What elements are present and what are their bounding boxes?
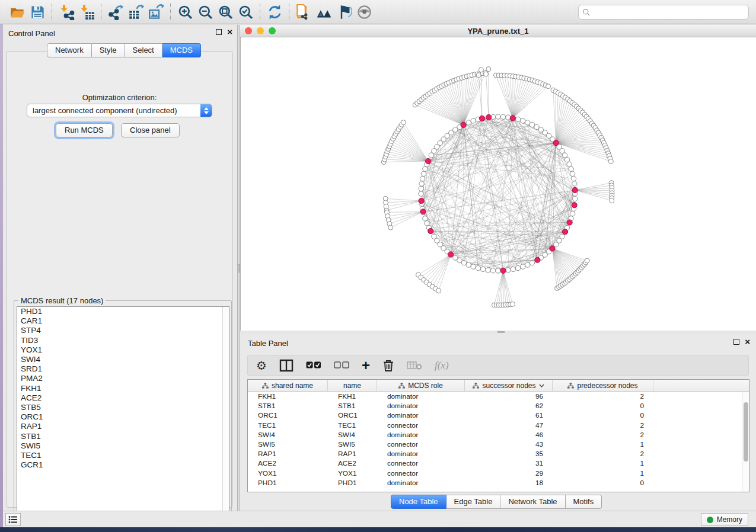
task-history-button[interactable]	[5, 513, 21, 526]
search-input[interactable]	[591, 8, 745, 17]
table-cell[interactable]: 2	[553, 392, 653, 401]
mcds-result-item[interactable]: RAP1	[17, 422, 229, 431]
export-network-icon[interactable]	[106, 2, 126, 21]
table-cell[interactable]: STB1	[328, 401, 377, 411]
tab-style[interactable]: Style	[92, 43, 125, 57]
network-window-titlebar[interactable]: YPA_prune.txt_1	[240, 25, 756, 37]
splitter-handle[interactable]	[238, 264, 240, 273]
column-layout-icon[interactable]	[279, 358, 294, 373]
column-header-name[interactable]: name	[328, 380, 377, 391]
table-cell[interactable]: 1	[553, 459, 653, 468]
table-row[interactable]: RAP1RAP1dominator352	[248, 449, 749, 459]
table-cell[interactable]: ORC1	[328, 411, 377, 420]
add-column-icon[interactable]: +	[362, 358, 370, 373]
zoom-in-icon[interactable]	[175, 2, 195, 21]
first-neighbors-icon[interactable]	[314, 2, 334, 21]
mcds-result-item[interactable]: SWI5	[17, 441, 229, 451]
show-hide-icon[interactable]	[354, 2, 374, 21]
hide-graphics-details-icon[interactable]	[334, 2, 354, 21]
table-row[interactable]: STB1STB1dominator620	[248, 401, 749, 411]
table-cell[interactable]: 2	[553, 430, 653, 440]
table-cell[interactable]: STB1	[248, 401, 328, 411]
export-table-icon[interactable]	[126, 2, 146, 21]
mcds-result-item[interactable]: ORC1	[17, 412, 229, 422]
mcds-result-item[interactable]: SWI4	[17, 355, 229, 364]
float-panel-icon[interactable]	[216, 29, 222, 35]
select-all-icon[interactable]	[306, 358, 321, 373]
table-row[interactable]: YOX1YOX1connector291	[248, 469, 749, 478]
zoom-fit-icon[interactable]	[215, 2, 235, 21]
table-cell[interactable]: YOX1	[248, 469, 328, 478]
tab-network[interactable]: Network	[47, 43, 92, 57]
export-image-icon[interactable]	[146, 2, 166, 21]
table-row[interactable]: FKH1FKH1dominator962	[248, 392, 749, 401]
table-cell[interactable]: 0	[553, 411, 653, 420]
tab-motifs[interactable]: Motifs	[566, 495, 602, 509]
float-panel-icon[interactable]	[733, 339, 739, 345]
table-cell[interactable]: SWI5	[328, 440, 377, 449]
table-row[interactable]: ORC1ORC1dominator610	[248, 411, 749, 420]
table-row[interactable]: TEC1TEC1connector472	[248, 421, 749, 430]
table-cell[interactable]: connector	[377, 469, 465, 478]
network-canvas[interactable]	[240, 37, 756, 331]
table-cell[interactable]: YOX1	[328, 469, 377, 478]
table-cell[interactable]: RAP1	[328, 449, 377, 459]
mcds-list-scrollbar[interactable]	[222, 307, 229, 518]
mcds-result-item[interactable]: SRD1	[17, 364, 229, 374]
table-row[interactable]: SWI4SWI4dominator462	[248, 430, 749, 440]
table-cell[interactable]: RAP1	[248, 449, 328, 459]
new-network-from-selection-icon[interactable]	[294, 2, 314, 21]
table-cell[interactable]: TEC1	[328, 421, 377, 430]
table-cell[interactable]: 0	[553, 401, 653, 411]
table-cell[interactable]: PHD1	[248, 478, 328, 488]
search-box[interactable]	[578, 5, 749, 20]
table-cell[interactable]: connector	[377, 440, 465, 449]
scrollbar-thumb[interactable]	[744, 402, 748, 462]
delete-column-icon[interactable]	[382, 358, 394, 373]
column-header-predecessor-nodes[interactable]: predecessor nodes	[553, 380, 653, 391]
table-cell[interactable]: dominator	[377, 430, 465, 440]
table-cell[interactable]: 29	[465, 469, 553, 478]
mcds-result-item[interactable]: PHD1	[17, 307, 229, 316]
table-cell[interactable]: ACE2	[248, 459, 328, 468]
memory-button[interactable]: Memory	[701, 513, 748, 526]
table-cell[interactable]: 35	[465, 449, 553, 459]
mcds-result-list[interactable]: PHD1CAR1STP4TID3YOX1SWI4SRD1PMA2FKH1ACE2…	[17, 306, 229, 518]
table-cell[interactable]: 47	[465, 421, 553, 430]
table-cell[interactable]: dominator	[377, 411, 465, 420]
tab-edge-table[interactable]: Edge Table	[446, 495, 501, 509]
table-cell[interactable]: TEC1	[248, 421, 328, 430]
table-cell[interactable]: 1	[553, 440, 653, 449]
import-table-icon[interactable]	[76, 2, 97, 21]
zoom-out-icon[interactable]	[195, 2, 215, 21]
open-session-icon[interactable]	[7, 2, 27, 21]
column-header-shared-name[interactable]: shared name	[248, 380, 328, 391]
table-cell[interactable]: 62	[465, 401, 553, 411]
table-cell[interactable]: 2	[553, 421, 653, 430]
table-cell[interactable]: ACE2	[328, 459, 377, 468]
function-builder-icon[interactable]: f(x)	[435, 358, 449, 373]
mcds-result-item[interactable]: PMA2	[17, 374, 229, 383]
import-network-icon[interactable]	[56, 2, 76, 21]
column-header-MCDS-role[interactable]: MCDS role	[377, 380, 465, 391]
table-cell[interactable]: connector	[377, 459, 465, 468]
splitter-handle[interactable]	[497, 331, 505, 333]
table-row[interactable]: PHD1PHD1dominator180	[248, 478, 749, 488]
table-row[interactable]: SWI5SWI5connector431	[248, 440, 749, 449]
mcds-result-item[interactable]: FKH1	[17, 384, 229, 393]
table-cell[interactable]: 46	[465, 430, 553, 440]
table-cell[interactable]: SWI4	[248, 430, 328, 440]
table-cell[interactable]: dominator	[377, 478, 465, 488]
mcds-result-item[interactable]: GCR1	[17, 460, 229, 470]
table-scrollbar[interactable]	[742, 392, 749, 492]
close-panel-icon[interactable]: ×	[745, 339, 750, 345]
zoom-selected-icon[interactable]	[235, 2, 256, 21]
table-cell[interactable]: ORC1	[248, 411, 328, 420]
table-cell[interactable]: 18	[465, 478, 553, 488]
mcds-result-item[interactable]: ACE2	[17, 393, 229, 403]
table-row[interactable]: ACE2ACE2connector311	[248, 459, 749, 468]
run-mcds-button[interactable]: Run MCDS	[56, 123, 113, 137]
mcds-result-item[interactable]: STB1	[17, 432, 229, 441]
criterion-dropdown[interactable]: largest connected component (undirected)	[27, 104, 212, 117]
column-header-successor-nodes[interactable]: successor nodes	[465, 380, 553, 391]
